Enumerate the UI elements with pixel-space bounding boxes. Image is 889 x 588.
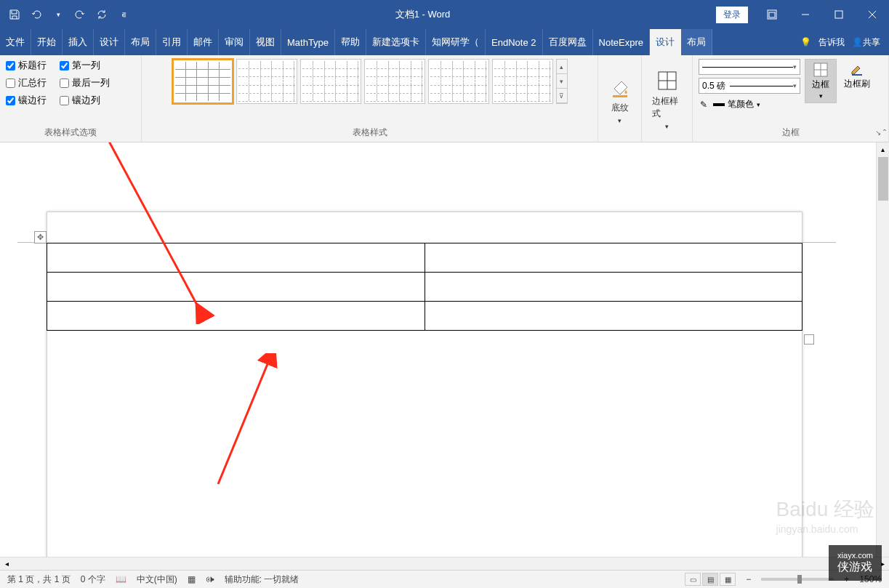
svg-rect-3 xyxy=(835,11,842,18)
table-styles-gallery[interactable]: ▴▾⊽ xyxy=(172,59,568,104)
scroll-thumb[interactable] xyxy=(878,157,888,201)
zoom-level[interactable]: 150% xyxy=(859,574,882,584)
table-style-1[interactable] xyxy=(172,59,233,104)
save-icon[interactable] xyxy=(9,9,20,20)
table-style-5[interactable] xyxy=(428,59,489,104)
status-page[interactable]: 第 1 页，共 1 页 xyxy=(7,573,71,586)
tab-file[interactable]: 文件 xyxy=(0,29,31,55)
scroll-right-icon[interactable]: ▸ xyxy=(876,560,889,568)
tab-design[interactable]: 设计 xyxy=(94,29,125,55)
macro-icon[interactable]: ▦ xyxy=(188,574,196,584)
window-title: 文档1 - Word xyxy=(129,8,716,21)
tab-review[interactable]: 审阅 xyxy=(219,29,250,55)
tab-view[interactable]: 视图 xyxy=(250,29,281,55)
chevron-down-icon: ▾ xyxy=(618,117,622,124)
redo-icon[interactable] xyxy=(74,9,86,20)
table-resize-handle-icon[interactable] xyxy=(804,334,814,345)
gallery-up-icon[interactable]: ▴ xyxy=(557,60,567,74)
tab-endnote[interactable]: EndNote 2 xyxy=(486,29,542,55)
login-button[interactable]: 登录 xyxy=(716,7,748,23)
view-read-icon[interactable]: ▭ xyxy=(685,573,701,586)
table-style-2[interactable] xyxy=(236,59,297,104)
tab-layout[interactable]: 布局 xyxy=(125,29,156,55)
borders-button[interactable]: 边框 ▾ xyxy=(805,59,837,103)
border-painter-icon xyxy=(850,62,864,76)
table-row xyxy=(47,243,802,273)
borders-grid-icon xyxy=(813,63,828,77)
line-style-dropdown[interactable]: ▾ xyxy=(699,59,800,75)
document-table[interactable] xyxy=(47,243,802,331)
chk-banded-row[interactable]: 镶边行 xyxy=(6,94,47,107)
tell-me[interactable]: 告诉我 xyxy=(818,36,845,49)
border-painter-button[interactable]: 边框刷 xyxy=(841,59,873,93)
zoom-in-icon[interactable]: + xyxy=(844,574,849,584)
tab-mathtype[interactable]: MathType xyxy=(281,29,335,55)
chk-header-row[interactable]: 标题行 xyxy=(6,59,47,72)
table-style-6[interactable] xyxy=(492,59,553,104)
tab-noteexpress[interactable]: NoteExpre xyxy=(593,29,650,55)
paint-bucket-icon xyxy=(608,76,632,99)
collapse-ribbon-icon[interactable]: ˆ xyxy=(883,129,886,139)
tab-insert[interactable]: 插入 xyxy=(63,29,94,55)
scroll-up-icon[interactable]: ▴ xyxy=(877,142,889,156)
tab-table-design[interactable]: 设计 xyxy=(650,29,681,55)
tab-cnki[interactable]: 知网研学（ xyxy=(426,29,486,55)
group-label-tablestyles: 表格样式 xyxy=(148,125,592,140)
chk-total-row[interactable]: 汇总行 xyxy=(6,76,47,89)
pen-icon: ✎ xyxy=(700,100,710,110)
tab-newtab[interactable]: 新建选项卡 xyxy=(366,29,426,55)
minimize-icon[interactable] xyxy=(789,0,822,29)
chevron-down-icon: ▾ xyxy=(665,123,669,130)
sync-icon[interactable] xyxy=(96,9,108,20)
table-row xyxy=(47,273,802,302)
view-print-icon[interactable]: ▤ xyxy=(702,573,718,586)
share-button[interactable]: 👤共享 xyxy=(852,36,880,49)
vertical-scrollbar[interactable]: ▴ xyxy=(876,142,889,557)
zoom-out-icon[interactable]: − xyxy=(746,574,751,584)
tab-help[interactable]: 帮助 xyxy=(335,29,366,55)
border-style-icon xyxy=(656,69,679,92)
qat-more-icon[interactable]: ⋷ xyxy=(118,9,129,20)
shading-button[interactable]: 底纹 ▾ xyxy=(604,73,636,127)
chk-first-col[interactable]: 第一列 xyxy=(60,59,100,72)
tab-baidu[interactable]: 百度网盘 xyxy=(543,29,593,55)
group-label-styleopts: 表格样式选项 xyxy=(6,125,135,140)
chevron-down-icon: ▾ xyxy=(793,82,797,89)
table-style-4[interactable] xyxy=(364,59,425,104)
chk-banded-col[interactable]: 镶边列 xyxy=(60,94,100,107)
line-weight-dropdown[interactable]: 0.5 磅▾ xyxy=(699,78,800,94)
gallery-down-icon[interactable]: ▾ xyxy=(557,74,567,89)
chk-last-col[interactable]: 最后一列 xyxy=(60,76,110,89)
table-row xyxy=(47,302,802,331)
undo-icon[interactable] xyxy=(31,9,42,20)
tab-references[interactable]: 引用 xyxy=(156,29,188,55)
margin-guide-right xyxy=(802,242,836,243)
zoom-slider[interactable] xyxy=(761,578,834,581)
status-words[interactable]: 0 个字 xyxy=(81,573,105,586)
table-move-handle-icon[interactable]: ✥ xyxy=(34,231,47,243)
lightbulb-icon: 💡 xyxy=(800,37,811,47)
tab-table-layout[interactable]: 布局 xyxy=(681,29,712,55)
maximize-icon[interactable] xyxy=(822,0,856,29)
chevron-down-icon: ▾ xyxy=(757,101,760,108)
pen-color-button[interactable]: ✎笔颜色 ▾ xyxy=(699,97,800,112)
spellcheck-icon[interactable]: 📖 xyxy=(116,574,126,584)
group-label-borders: 边框 xyxy=(699,125,882,140)
tab-home[interactable]: 开始 xyxy=(31,29,63,55)
svg-rect-1 xyxy=(769,12,775,17)
chevron-down-icon: ▾ xyxy=(793,63,797,71)
status-lang[interactable]: 中文(中国) xyxy=(137,573,177,586)
view-web-icon[interactable]: ▦ xyxy=(720,573,736,586)
chevron-down-icon: ▾ xyxy=(819,92,823,100)
table-style-3[interactable] xyxy=(300,59,361,104)
tab-mailings[interactable]: 邮件 xyxy=(188,29,219,55)
scroll-left-icon[interactable]: ◂ xyxy=(0,560,13,568)
close-icon[interactable] xyxy=(856,0,889,29)
status-a11y[interactable]: 辅助功能: 一切就绪 xyxy=(225,573,299,586)
ribbon-display-icon[interactable] xyxy=(755,0,789,29)
gallery-more-icon[interactable]: ⊽ xyxy=(557,89,567,103)
horizontal-scrollbar[interactable]: ◂ ▸ xyxy=(0,557,889,570)
svg-rect-6 xyxy=(613,95,627,97)
undo-more-icon[interactable]: ▾ xyxy=(52,9,64,20)
border-styles-button[interactable]: 边框样式 ▾ xyxy=(648,66,686,133)
